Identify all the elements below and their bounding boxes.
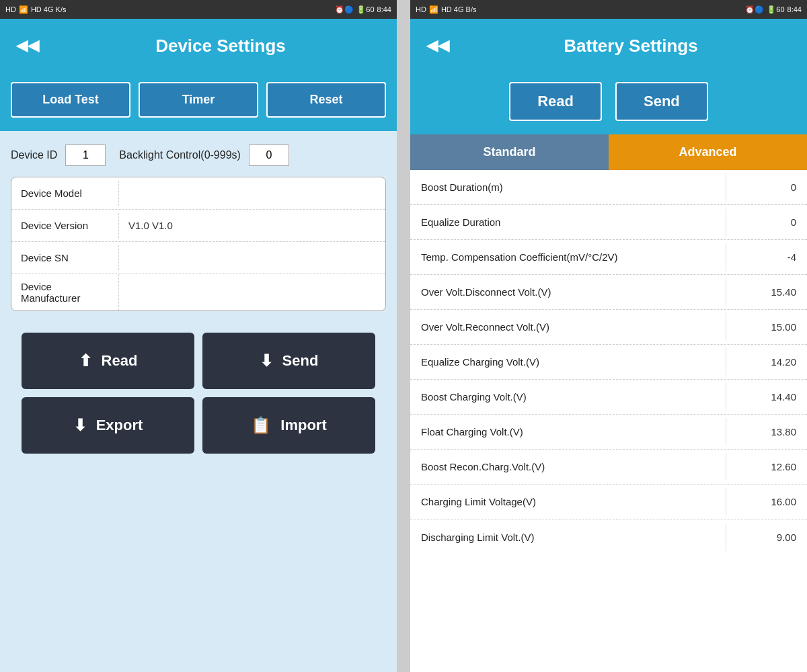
settings-key: Over Volt.Disconnect Volt.(V)	[410, 278, 726, 306]
backlight-group: Backlight Control(0-999s)	[119, 144, 289, 166]
right-status-left: HD 📶 HD 4G B/s	[416, 5, 476, 14]
settings-value: 15.40	[726, 278, 807, 306]
right-action-bar: Read Send	[410, 73, 807, 134]
right-header: ◀◀ Battery Settings	[410, 19, 807, 73]
settings-row: Boost Duration(m)0	[410, 170, 807, 205]
table-row: Device Version V1.0 V1.0	[11, 210, 385, 242]
settings-value: 13.80	[726, 418, 807, 446]
settings-value: 16.00	[726, 488, 807, 515]
settings-table: Boost Duration(m)0Equalize Duration0Temp…	[410, 170, 807, 672]
settings-key: Temp. Compensation Coefficient(mV/°C/2V)	[410, 243, 726, 271]
right-back-button[interactable]: ◀◀	[421, 34, 455, 57]
settings-value: 12.60	[726, 453, 807, 480]
tab-advanced[interactable]: Advanced	[609, 134, 807, 170]
left-status-right: ⏰🔵 🔋60 8:44	[335, 5, 391, 14]
left-panel: HD 📶 HD 4G K/s ⏰🔵 🔋60 8:44 ◀◀ Device Set…	[0, 0, 397, 672]
right-panel: HD 📶 HD 4G B/s ⏰🔵 🔋60 8:44 ◀◀ Battery Se…	[410, 0, 807, 672]
left-body: Device ID Backlight Control(0-999s) Devi…	[0, 131, 397, 672]
right-body: Boost Duration(m)0Equalize Duration0Temp…	[410, 170, 807, 672]
send-button[interactable]: ⬇ Send	[202, 333, 375, 389]
row-value	[119, 251, 385, 265]
row-key: Device Manufacturer	[11, 274, 119, 310]
right-status-right: ⏰🔵 🔋60 8:44	[745, 5, 802, 14]
panel-divider	[397, 0, 410, 672]
settings-key: Charging Limit Voltage(V)	[410, 488, 726, 515]
backlight-input[interactable]	[249, 144, 289, 166]
export-icon: ⬇	[73, 416, 87, 435]
device-id-group: Device ID	[11, 144, 106, 166]
right-status-bar: HD 📶 HD 4G B/s ⏰🔵 🔋60 8:44	[410, 0, 807, 19]
settings-row: Temp. Compensation Coefficient(mV/°C/2V)…	[410, 240, 807, 275]
settings-value: 9.00	[726, 523, 807, 551]
reset-button[interactable]: Reset	[266, 82, 386, 118]
battery-read-button[interactable]: Read	[509, 82, 602, 121]
settings-row: Equalize Duration0	[410, 205, 807, 240]
row-key: Device SN	[11, 245, 119, 270]
fields-row: Device ID Backlight Control(0-999s)	[11, 144, 386, 166]
device-id-label: Device ID	[11, 149, 57, 161]
settings-row: Over Volt.Disconnect Volt.(V)15.40	[410, 275, 807, 310]
settings-value: 14.20	[726, 348, 807, 376]
bottom-buttons: ⬆ Read ⬇ Send ⬇ Export 📋 Import	[11, 322, 386, 464]
left-page-title: Device Settings	[55, 36, 386, 56]
import-label: Import	[280, 417, 326, 434]
row-key: Device Version	[11, 213, 119, 238]
tab-standard[interactable]: Standard	[410, 134, 609, 170]
settings-row: Float Charging Volt.(V)13.80	[410, 415, 807, 450]
upload-icon: ⬆	[79, 351, 92, 370]
settings-value: 0	[726, 173, 807, 201]
settings-value: 15.00	[726, 313, 807, 341]
load-test-button[interactable]: Load Test	[11, 82, 130, 118]
export-button[interactable]: ⬇ Export	[22, 397, 194, 454]
left-panel-content: Device ID Backlight Control(0-999s) Devi…	[0, 131, 397, 672]
timer-button[interactable]: Timer	[139, 82, 258, 118]
settings-row: Boost Recon.Charg.Volt.(V)12.60	[410, 450, 807, 485]
settings-key: Equalize Duration	[410, 208, 726, 236]
backlight-label: Backlight Control(0-999s)	[119, 149, 241, 161]
settings-row: Charging Limit Voltage(V)16.00	[410, 485, 807, 519]
settings-key: Equalize Charging Volt.(V)	[410, 348, 726, 376]
row-value	[119, 187, 385, 200]
read-button[interactable]: ⬆ Read	[22, 333, 194, 389]
import-button[interactable]: 📋 Import	[202, 397, 375, 454]
settings-key: Discharging Limit Volt.(V)	[410, 523, 726, 551]
left-back-button[interactable]: ◀◀	[11, 34, 44, 57]
left-status-left: HD 📶 HD 4G K/s	[5, 5, 66, 14]
send-label: Send	[282, 352, 319, 370]
left-status-bar: HD 📶 HD 4G K/s ⏰🔵 🔋60 8:44	[0, 0, 397, 19]
device-info-table: Device Model Device Version V1.0 V1.0 De…	[11, 177, 386, 311]
download-icon: ⬇	[260, 351, 273, 370]
settings-key: Boost Duration(m)	[410, 173, 726, 201]
device-id-input[interactable]	[65, 144, 106, 166]
table-row: Device SN	[11, 242, 385, 274]
settings-key: Over Volt.Reconnect Volt.(V)	[410, 313, 726, 341]
tab-bar: Standard Advanced	[410, 134, 807, 170]
settings-value: 14.40	[726, 383, 807, 411]
settings-row: Discharging Limit Volt.(V)9.00	[410, 519, 807, 554]
settings-row: Over Volt.Reconnect Volt.(V)15.00	[410, 310, 807, 345]
table-row: Device Manufacturer	[11, 274, 385, 310]
settings-value: 0	[726, 208, 807, 236]
settings-row: Equalize Charging Volt.(V)14.20	[410, 345, 807, 380]
table-row: Device Model	[11, 177, 385, 210]
right-page-title: Battery Settings	[465, 36, 796, 56]
battery-send-button[interactable]: Send	[615, 82, 708, 121]
row-key: Device Model	[11, 181, 119, 206]
settings-key: Boost Recon.Charg.Volt.(V)	[410, 453, 726, 480]
import-icon: 📋	[251, 416, 271, 435]
settings-key: Boost Charging Volt.(V)	[410, 383, 726, 411]
row-value	[119, 286, 385, 299]
read-label: Read	[102, 352, 138, 370]
left-header: ◀◀ Device Settings	[0, 19, 397, 73]
row-value: V1.0 V1.0	[119, 213, 385, 238]
settings-value: -4	[726, 243, 807, 271]
export-label: Export	[96, 417, 143, 434]
settings-key: Float Charging Volt.(V)	[410, 418, 726, 446]
settings-row: Boost Charging Volt.(V)14.40	[410, 380, 807, 415]
left-toolbar: Load Test Timer Reset	[0, 73, 397, 131]
